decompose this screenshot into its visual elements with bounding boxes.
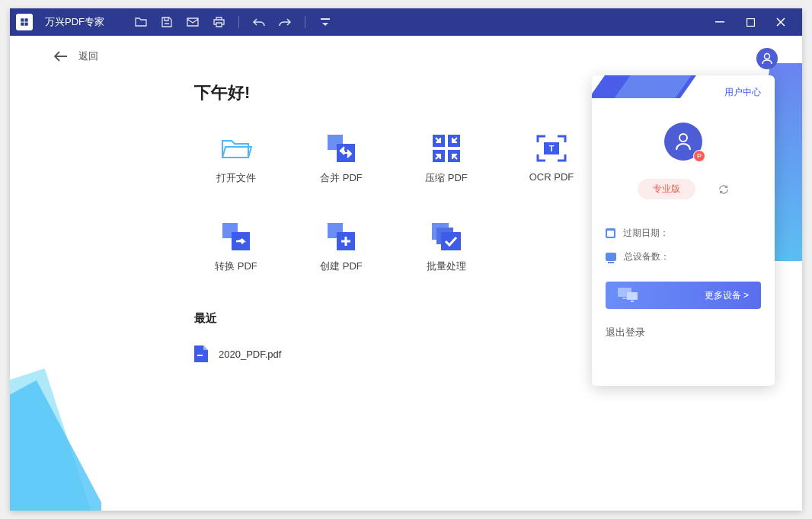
print-icon[interactable]	[213, 16, 225, 28]
calendar-icon	[606, 228, 615, 238]
action-label: 转换 PDF	[215, 260, 257, 273]
svg-point-19	[679, 134, 687, 142]
back-arrow-icon	[54, 51, 68, 62]
folder-icon[interactable]	[135, 16, 147, 28]
action-label: 合并 PDF	[320, 171, 363, 185]
separator	[305, 16, 305, 28]
separator	[238, 16, 239, 28]
action-label: 压缩 PDF	[425, 171, 468, 185]
logout-button[interactable]: 退出登录	[606, 326, 761, 339]
user-panel: 用户中心 P 专业版 过期日期： 总设备数：	[592, 75, 775, 386]
undo-icon[interactable]	[253, 16, 265, 28]
mail-icon[interactable]	[187, 16, 199, 28]
svg-rect-1	[746, 18, 754, 26]
back-button[interactable]: 返回	[54, 49, 98, 63]
avatar-badge: P	[693, 150, 705, 162]
save-icon[interactable]	[161, 16, 173, 28]
user-avatar-large[interactable]: P	[664, 123, 702, 161]
svg-rect-0	[715, 21, 724, 23]
content-area: 返回 下午好! 打开文件 合并 PDF	[10, 36, 802, 511]
action-open-file[interactable]: 打开文件	[194, 135, 278, 185]
devices-icon	[618, 286, 639, 304]
pro-badge: 专业版	[638, 179, 695, 199]
action-label: OCR PDF	[529, 171, 574, 183]
svg-rect-21	[622, 298, 627, 299]
user-center-link[interactable]: 用户中心	[724, 86, 761, 99]
devices-row: 总设备数：	[606, 250, 761, 263]
create-icon	[325, 223, 357, 250]
merge-icon	[325, 135, 357, 162]
batch-icon	[430, 223, 462, 250]
maximize-button[interactable]	[735, 8, 766, 36]
expiry-row: 过期日期：	[606, 227, 761, 240]
redo-icon[interactable]	[279, 16, 291, 28]
action-create-pdf[interactable]: 创建 PDF	[299, 223, 383, 273]
action-label: 批量处理	[427, 260, 466, 273]
recent-file-name: 2020_PDF.pdf	[219, 349, 281, 360]
titlebar: 万兴PDF专家	[10, 8, 802, 36]
svg-rect-23	[631, 301, 634, 302]
pdf-file-icon	[194, 345, 208, 362]
action-label: 创建 PDF	[320, 260, 363, 273]
more-devices-label: 更多设备 >	[705, 289, 749, 302]
svg-rect-22	[627, 292, 638, 300]
svg-rect-18	[197, 355, 203, 356]
action-merge-pdf[interactable]: 合并 PDF	[299, 135, 383, 185]
convert-icon	[220, 223, 252, 250]
user-avatar-top[interactable]	[756, 48, 778, 69]
more-devices-button[interactable]: 更多设备 >	[606, 282, 761, 309]
expiry-label: 过期日期：	[623, 227, 669, 240]
minimize-button[interactable]	[705, 8, 735, 36]
ocr-icon: T	[535, 135, 567, 162]
back-label: 返回	[78, 49, 98, 63]
action-ocr-pdf[interactable]: T OCR PDF	[510, 135, 593, 185]
action-convert-pdf[interactable]: 转换 PDF	[194, 223, 278, 273]
action-compress-pdf[interactable]: 压缩 PDF	[404, 135, 488, 185]
app-title: 万兴PDF专家	[45, 15, 104, 29]
compress-icon	[430, 135, 462, 162]
refresh-icon[interactable]	[718, 184, 729, 195]
monitor-icon	[606, 253, 616, 261]
svg-point-2	[765, 54, 770, 59]
close-button[interactable]	[766, 8, 796, 36]
panel-decoration	[592, 75, 691, 121]
dropdown-icon[interactable]	[319, 16, 331, 28]
svg-text:T: T	[549, 144, 555, 153]
decoration-bottom-left	[10, 358, 101, 511]
folder-open-icon	[220, 135, 252, 162]
app-logo	[16, 14, 33, 30]
action-batch-process[interactable]: 批量处理	[404, 223, 488, 273]
action-label: 打开文件	[216, 171, 256, 185]
svg-rect-17	[441, 232, 461, 250]
devices-label: 总设备数：	[624, 250, 670, 263]
